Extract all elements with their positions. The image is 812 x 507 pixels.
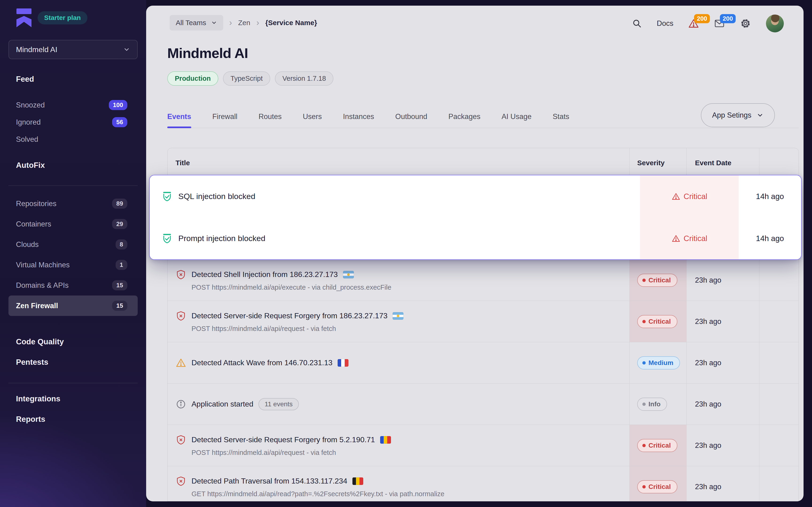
severity-badge: Critical (637, 439, 677, 452)
popup-row[interactable]: Prompt injection blocked Critical 14h ag… (150, 217, 801, 260)
belgium-flag-icon (352, 477, 363, 485)
plan-badge: Starter plan (38, 11, 87, 24)
sidebar-divider (8, 185, 138, 186)
alerts-count-badge: 200 (694, 14, 710, 23)
breadcrumb-service: {Service Name} (265, 19, 317, 27)
sidebar-item-containers[interactable]: Containers 29 (8, 214, 138, 234)
table-row[interactable]: Detected Attack Wave from 146.70.231.13 … (167, 342, 799, 383)
shield-x-icon (175, 311, 186, 321)
count-badge: 15 (112, 280, 128, 290)
chevron-down-icon (123, 46, 130, 53)
app-logo[interactable] (16, 8, 32, 27)
tab-events[interactable]: Events (167, 105, 191, 128)
org-selector-value: Mindmeld AI (16, 45, 57, 54)
count-badge: 29 (112, 219, 128, 229)
severity-badge: Info (637, 398, 667, 411)
alerts-icon[interactable]: 200 (688, 18, 699, 29)
count-badge: 1 (116, 260, 128, 270)
argentina-flag-icon (343, 271, 354, 278)
breadcrumb-all-teams[interactable]: All Teams (170, 15, 223, 31)
event-date: 23h ago (686, 466, 759, 501)
table-row[interactable]: Detected Shell Injection from 186.23.27.… (167, 260, 799, 301)
feed-heading: Feed (8, 70, 138, 88)
table-row[interactable]: Application started 11 events Info 23h a… (167, 383, 799, 425)
tab-firewall[interactable]: Firewall (212, 105, 238, 128)
app-settings-button[interactable]: App Setings (701, 103, 775, 127)
tab-packages[interactable]: Packages (449, 105, 480, 128)
severity-badge: Medium (637, 356, 680, 370)
tab-users[interactable]: Users (303, 105, 322, 128)
severity-badge: Critical (637, 274, 677, 287)
sidebar-item-repositories[interactable]: Repositories 89 (8, 193, 138, 214)
sidebar-item-ignored[interactable]: Ignored 56 (8, 114, 138, 131)
tab-instances[interactable]: Instances (343, 105, 374, 128)
tab-stats[interactable]: Stats (553, 105, 569, 128)
warning-triangle-icon (671, 234, 680, 243)
tab-routes[interactable]: Routes (258, 105, 282, 128)
count-badge: 8 (116, 239, 128, 249)
popup-severity-cell: Critical (640, 217, 739, 260)
blocked-events-popup: SQL injection blocked Critical 14h ago P… (149, 175, 802, 260)
tab-ai-usage[interactable]: AI Usage (502, 105, 532, 128)
gear-icon[interactable] (740, 17, 751, 30)
tab-outbound[interactable]: Outbound (395, 105, 427, 128)
warning-triangle-icon (671, 192, 680, 201)
romania-flag-icon (380, 436, 391, 444)
main-panel: All Teams › Zen › {Service Name} Docs 20… (146, 6, 804, 501)
shield-check-icon (161, 233, 173, 244)
popup-row[interactable]: SQL injection blocked Critical 14h ago (150, 175, 801, 217)
table-row[interactable]: Detected Server-side Request Forgery fro… (167, 425, 799, 466)
search-icon[interactable] (632, 18, 642, 29)
tab-bar: Events Firewall Routes Users Instances O… (167, 105, 569, 128)
shield-x-icon (175, 269, 186, 280)
column-header-date: Event Date (686, 148, 759, 178)
count-badge: 56 (112, 117, 128, 127)
language-badge: TypeScript (223, 71, 270, 86)
breadcrumb-separator: › (256, 18, 259, 28)
chevron-down-icon (211, 20, 217, 26)
count-badge: 15 (112, 301, 128, 311)
argentina-flag-icon (393, 312, 403, 320)
france-flag-icon (338, 359, 348, 367)
org-selector[interactable]: Mindmeld AI (8, 40, 138, 59)
count-badge: 100 (109, 100, 128, 110)
environment-badge: Production (167, 71, 218, 86)
sidebar-item-virtual-machines[interactable]: Virtual Machines 1 (8, 255, 138, 275)
table-header: Title Severity Event Date (167, 148, 799, 178)
popup-event-date: 14h ago (739, 175, 801, 217)
sidebar-item-domains-apis[interactable]: Domains & APIs 15 (8, 275, 138, 295)
column-header-severity: Severity (629, 148, 686, 178)
sidebar-item-pentests[interactable]: Pentests (8, 352, 138, 372)
shield-check-icon (161, 191, 173, 202)
breadcrumb-project[interactable]: Zen (238, 19, 250, 27)
event-date: 23h ago (686, 342, 759, 383)
event-date: 23h ago (686, 301, 759, 342)
sidebar-item-reports[interactable]: Reports (8, 409, 138, 429)
chevron-down-icon (757, 112, 764, 119)
table-row[interactable]: Detected Server-side Request Forgery fro… (167, 301, 799, 342)
event-date: 23h ago (686, 260, 759, 301)
warning-triangle-icon (175, 357, 186, 368)
tab-bar-divider (167, 128, 799, 128)
messages-icon[interactable]: 200 (714, 18, 725, 29)
column-header-title: Title (167, 148, 629, 178)
event-date: 23h ago (686, 384, 759, 425)
sidebar-item-code-quality[interactable]: Code Quality (8, 331, 138, 352)
page-title: Mindmeld AI (167, 45, 248, 61)
info-circle-icon (175, 399, 186, 410)
sidebar: Starter plan Mindmeld AI Feed Snoozed 10… (0, 0, 146, 507)
shield-x-icon (175, 476, 186, 487)
sidebar-divider (8, 383, 138, 383)
event-date: 23h ago (686, 425, 759, 466)
shield-x-icon (175, 435, 186, 445)
docs-link[interactable]: Docs (657, 19, 673, 28)
sidebar-item-autofix[interactable]: AutoFix (8, 157, 138, 174)
sidebar-item-zen-firewall[interactable]: Zen Firewall 15 (8, 295, 138, 316)
sidebar-item-integrations[interactable]: Integrations (8, 388, 138, 409)
sidebar-item-snoozed[interactable]: Snoozed 100 (8, 97, 138, 114)
popup-severity-cell: Critical (640, 175, 739, 217)
sidebar-item-solved[interactable]: Solved (8, 131, 138, 148)
table-row[interactable]: Detected Path Traversal from 154.133.117… (167, 466, 799, 501)
user-avatar[interactable] (766, 14, 784, 33)
sidebar-item-clouds[interactable]: Clouds 8 (8, 234, 138, 255)
